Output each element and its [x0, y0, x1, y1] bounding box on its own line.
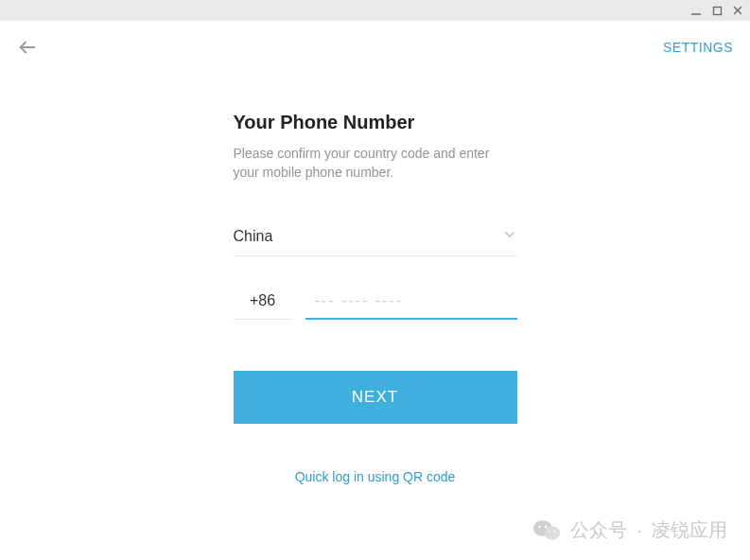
svg-point-7	[539, 525, 542, 528]
watermark: 公众号 · 凌锐应用	[532, 517, 727, 543]
country-name: China	[234, 228, 273, 245]
window-titlebar	[0, 0, 750, 21]
qr-login-link[interactable]: Quick log in using QR code	[234, 469, 517, 484]
maximize-button[interactable]	[710, 4, 724, 17]
chevron-down-icon	[502, 227, 517, 246]
svg-point-8	[545, 525, 548, 528]
phone-input-row	[234, 292, 517, 320]
svg-point-10	[554, 530, 556, 532]
page-subtitle: Please confirm your country code and ent…	[234, 145, 517, 182]
watermark-label-2: 凌锐应用	[652, 517, 727, 543]
login-form: Your Phone Number Please confirm your co…	[234, 112, 517, 484]
close-button[interactable]	[731, 4, 744, 17]
back-button[interactable]	[17, 37, 38, 58]
svg-point-9	[549, 530, 550, 532]
country-code-input[interactable]	[234, 292, 292, 320]
watermark-separator: ·	[637, 519, 642, 541]
minimize-button[interactable]	[689, 4, 703, 17]
wechat-icon	[532, 518, 561, 543]
svg-point-6	[545, 526, 561, 539]
svg-rect-1	[713, 7, 721, 14]
next-button[interactable]: NEXT	[234, 371, 517, 424]
phone-number-input[interactable]	[305, 292, 517, 320]
watermark-label-1: 公众号	[570, 517, 627, 543]
page-title: Your Phone Number	[234, 112, 517, 133]
country-selector[interactable]: China	[234, 227, 517, 256]
settings-link[interactable]: SETTINGS	[663, 40, 733, 55]
app-header: SETTINGS	[0, 21, 750, 74]
